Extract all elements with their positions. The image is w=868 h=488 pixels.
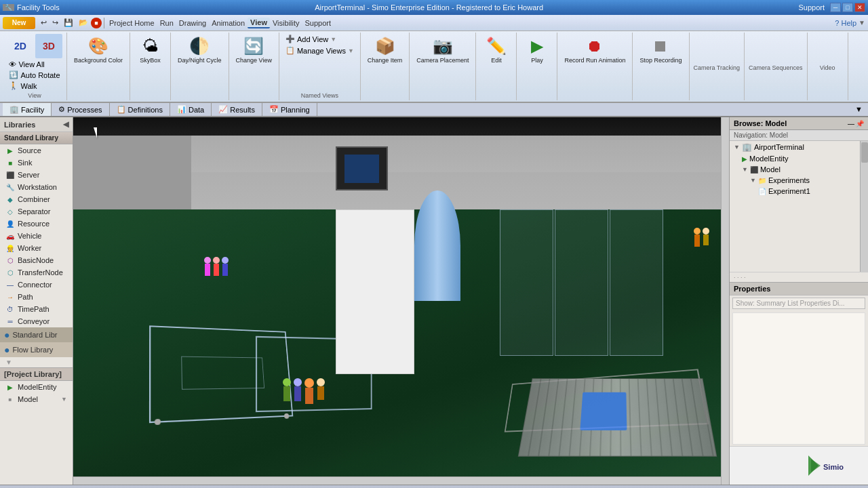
lib-item-transfernode[interactable]: ⬡ TransferNode <box>0 266 73 279</box>
btn-2d[interactable]: 2D <box>7 34 34 58</box>
btn-walk[interactable]: 🚶Walk <box>7 81 62 91</box>
animation-btn[interactable]: Animation <box>209 18 248 28</box>
tree-item-experiment1[interactable]: 📄 Experiment1 <box>754 186 868 197</box>
lib-item-timepath[interactable]: ⏱ TimePath <box>0 303 73 315</box>
rpanel-tree-scrollbar[interactable] <box>860 141 868 272</box>
viewport[interactable] <box>73 117 729 485</box>
tab-results[interactable]: 📈 Results <box>212 103 262 116</box>
lib-item-resource[interactable]: 👤 Resource <box>0 218 73 230</box>
tree-item-experiments[interactable]: ▼ 📁 Experiments <box>746 175 868 186</box>
btn-skybox[interactable]: 🌤 SkyBox <box>137 34 164 65</box>
tree-item-model[interactable]: ▼ ⬛ Model <box>738 164 868 175</box>
lib-item-path[interactable]: → Path <box>0 291 73 303</box>
open-btn[interactable]: 📂 <box>76 18 91 28</box>
lib-item-combiner[interactable]: ◆ Combiner <box>0 193 73 205</box>
btn-daynight[interactable]: 🌓 Day/Night Cycle <box>175 34 224 65</box>
proj-item-modelentity[interactable]: ▶ ModelEntity <box>0 381 73 393</box>
btn-bg-color[interactable]: 🎨 Background Color <box>71 34 125 65</box>
proj-item-model[interactable]: ■ Model ▼ <box>0 393 73 405</box>
panel-expand-btn[interactable]: ▼ <box>852 103 865 116</box>
stop-btn[interactable]: ■ <box>91 18 102 28</box>
btn-camera-placement[interactable]: 📷 Camera Placement <box>414 34 471 65</box>
libraries-collapse-btn[interactable]: ◀ <box>63 120 68 129</box>
lib-item-conveyor[interactable]: ═ Conveyor <box>0 315 73 327</box>
properties-filter[interactable]: Show: Summary List Properties Di... <box>732 298 865 309</box>
btn-stop-recording[interactable]: ⏹ Stop Recording <box>637 34 684 65</box>
lib-item-source[interactable]: ▶ Source <box>0 144 73 157</box>
wall-partition <box>336 209 414 375</box>
server-icon: ⬛ <box>5 170 15 180</box>
tab-planning[interactable]: 📅 Planning <box>262 103 317 116</box>
tab-processes[interactable]: ⚙ Processes <box>52 103 109 116</box>
transfernode-icon: ⬡ <box>5 268 15 277</box>
experiment1-tree-icon: 📄 <box>758 188 766 195</box>
path-icon: → <box>5 292 15 302</box>
support-tab-btn[interactable]: Support <box>302 18 334 28</box>
lib-item-connector[interactable]: — Connector <box>0 279 73 291</box>
btn-change-item[interactable]: 📦 Change Item <box>365 34 406 65</box>
tab-data[interactable]: 📊 Data <box>170 103 212 116</box>
model-proj-label: Model <box>18 395 38 403</box>
properties-header: Properties <box>730 282 868 296</box>
save-btn[interactable]: 💾 <box>61 18 76 28</box>
visibility-btn[interactable]: Visibility <box>270 18 302 28</box>
lib-item-workstation[interactable]: 🔧 Workstation <box>0 181 73 193</box>
people-right <box>694 228 709 247</box>
rpanel-pin-btn[interactable]: 📌 <box>856 120 864 127</box>
sink-icon: ■ <box>5 158 15 167</box>
viewport-scrollbar-v[interactable] <box>721 117 729 485</box>
lib-item-vehicle[interactable]: 🚗 Vehicle <box>0 230 73 242</box>
model-dropdown[interactable]: ▼ <box>61 396 67 403</box>
viewport-scrollbar-h[interactable] <box>73 476 721 485</box>
flow-library-section-bar[interactable]: ● Flow Library <box>0 342 73 357</box>
btn-view-all[interactable]: 👁View All <box>7 60 62 69</box>
lib-item-separator[interactable]: ◇ Separator <box>0 205 73 218</box>
btn-auto-rotate[interactable]: 🔃Auto Rotate <box>7 70 62 80</box>
resource-icon: 👤 <box>5 219 15 228</box>
titlebar: 🔧 Facility Tools AirportTerminal - Simo … <box>0 0 868 15</box>
modelentity-proj-icon: ▶ <box>5 382 15 392</box>
simio-logo-area: Simio <box>730 446 868 485</box>
flow-lib-expand[interactable]: ▼ <box>0 357 73 367</box>
lib-item-server[interactable]: ⬛ Server <box>0 169 73 181</box>
libraries-label: Libraries <box>4 121 35 129</box>
rpanel-minimize-btn[interactable]: — <box>848 120 854 127</box>
vehicle-label: Vehicle <box>18 232 41 240</box>
lib-item-basicnode[interactable]: ⬡ BasicNode <box>0 254 73 266</box>
title-center: AirportTerminal - Simo Enterprise Editio… <box>60 3 799 12</box>
standard-lib-section-bar[interactable]: ● Standard Libr <box>0 327 73 342</box>
btn-play[interactable]: ▶ Play <box>524 34 551 65</box>
run-btn[interactable]: Run <box>157 18 176 28</box>
people-walking <box>283 378 325 404</box>
btn-change-view[interactable]: 🔄 Change View <box>233 34 275 65</box>
btn-3d[interactable]: 3D <box>35 34 62 58</box>
svg-text:Simio: Simio <box>823 463 844 471</box>
redo-btn[interactable]: ↪ <box>50 18 61 28</box>
btn-add-view[interactable]: ➕Add View▼ <box>283 34 356 44</box>
minimize-btn[interactable]: ─ <box>830 3 841 12</box>
definitions-icon: 📋 <box>117 105 126 114</box>
close-btn[interactable]: ✕ <box>854 3 865 12</box>
camseq-label: Camera Sequences <box>749 34 803 71</box>
support-btn[interactable]: Support <box>798 3 825 12</box>
btn-manage-views[interactable]: 📋Manage Views▼ <box>283 45 356 56</box>
standard-library-header[interactable]: Standard Library <box>0 132 73 144</box>
view-tab-btn[interactable]: View <box>248 18 270 28</box>
tab-facility[interactable]: 🏢 Facility <box>3 103 52 116</box>
help-btn[interactable]: ? Help <box>835 19 856 27</box>
experiment1-tree-label: Experiment1 <box>768 187 810 195</box>
project-home-btn[interactable]: Project Home <box>106 18 157 28</box>
btn-record[interactable]: ⏺ Record Run Animation <box>561 34 628 65</box>
flow-library-label: Flow Library <box>12 346 53 354</box>
lib-item-sink[interactable]: ■ Sink <box>0 157 73 169</box>
tab-definitions[interactable]: 📋 Definitions <box>110 103 170 116</box>
restore-btn[interactable]: □ <box>842 3 853 12</box>
undo-btn[interactable]: ↩ <box>38 18 50 28</box>
timepath-icon: ⏱ <box>5 304 15 314</box>
lib-item-worker[interactable]: 👷 Worker <box>0 242 73 254</box>
drawing-btn[interactable]: Drawing <box>176 18 209 28</box>
tree-item-airport[interactable]: ▼ 🏢 AirportTerminal <box>730 141 868 153</box>
btn-edit[interactable]: ✏️ Edit <box>483 34 510 65</box>
right-panel: Browse: Model — 📌 Navigation: Model ▼ 🏢 … <box>729 117 868 485</box>
tree-item-modelentity[interactable]: ▶ ModelEntity <box>738 153 868 164</box>
